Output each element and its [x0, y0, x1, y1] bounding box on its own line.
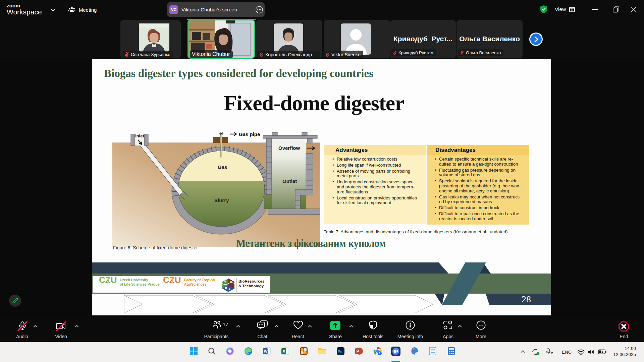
svg-text:Gas pipe: Gas pipe: [239, 131, 260, 137]
svg-text:Faculty of Tropical: Faculty of Tropical: [184, 278, 215, 282]
svg-text:Czech University: Czech University: [120, 278, 148, 282]
svg-text:BioResources: BioResources: [238, 279, 264, 283]
svg-text:Outlet: Outlet: [282, 178, 297, 184]
svg-text:Ps: Ps: [338, 350, 342, 354]
svg-text:Slurry: Slurry: [214, 197, 229, 203]
svg-text:& Technology: & Technology: [238, 284, 264, 288]
svg-text:AgriSciences: AgriSciences: [184, 282, 207, 286]
svg-text:Overflow: Overflow: [278, 145, 300, 151]
svg-text:of Life Sciences Prague: of Life Sciences Prague: [120, 282, 160, 286]
svg-text:W: W: [264, 349, 268, 354]
svg-text:Gas: Gas: [218, 164, 227, 170]
svg-text:X: X: [283, 349, 285, 354]
svg-text:28: 28: [522, 294, 531, 304]
svg-text:Inlet: Inlet: [135, 133, 144, 138]
svg-text:P: P: [357, 349, 359, 354]
